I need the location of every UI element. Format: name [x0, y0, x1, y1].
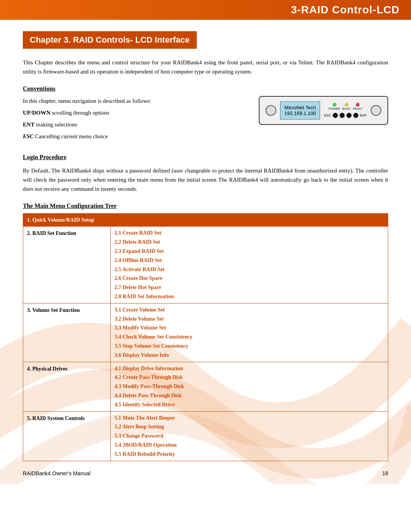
chapter-heading-box: Chapter 3. RAID Controls- LCD Interface: [23, 31, 197, 49]
lcd-screen: MicroNet Tech 192.169.1.100: [280, 101, 320, 120]
physical-drives-label: 4. Physical Drives: [23, 362, 111, 411]
raid-system-controls-items: 5.1 Mute The Alert Beeper 5.2 Alert Beep…: [111, 411, 388, 461]
login-section: Login Procedure By Default, The RAIDBank…: [23, 152, 388, 193]
menu-tree-section: The Main Menu Configuration Tree 1. Quic…: [23, 203, 388, 461]
table-row: 2. RAID Set Function 2.1 Create RAID Set…: [23, 227, 388, 303]
busy-dot: [345, 103, 349, 107]
conventions-section: Conventions In this chapter, menu naviga…: [23, 85, 388, 143]
lcd-line2: 192.169.1.100: [284, 110, 316, 116]
conventions-text-block: In this chapter, menu navigation is desc…: [23, 96, 247, 143]
table-row: 5. RAID System Controls 5.1 Mute The Ale…: [23, 411, 388, 461]
volume-set-function-items: 3.1 Create Volume Set 3.2 Delete Volume …: [111, 303, 388, 362]
lcd-line1: MicroNet Tech: [284, 105, 316, 110]
quick-volume-cell: 1. Quick Volume/RAID Setup: [23, 213, 388, 227]
footer-left: RAIDBank4 Owner's Manual: [23, 470, 91, 476]
lcd-up-btn: [339, 113, 345, 118]
raid-set-function-label: 2. RAID Set Function: [23, 227, 111, 303]
login-text: By Default, The RAIDBank4 ships without …: [23, 166, 388, 193]
menu-tree-heading: The Main Menu Configuration Tree: [23, 203, 388, 209]
conventions-item-3: ESC Cancelling current menu choice: [23, 131, 247, 142]
config-table: 1. Quick Volume/RAID Setup 2. RAID Set F…: [23, 213, 388, 461]
intro-paragraph: This Chapter describes the menu and cont…: [23, 58, 388, 76]
header-title: 3-RAID Control-LCD: [291, 4, 400, 16]
page-footer: RAIDBank4 Owner's Manual 18: [23, 470, 388, 476]
busy-indicator: BUSY: [342, 103, 351, 110]
conventions-heading: Conventions: [23, 85, 388, 92]
conventions-item-2: ENT making selections: [23, 120, 247, 130]
updown-bold: UP/DOWN: [23, 110, 51, 116]
lcd-right-button: [371, 105, 381, 116]
volume-set-function-label: 3. Volume Set Function: [23, 303, 111, 362]
lcd-panel-illustration: MicroNet Tech 192.169.1.100 POWER BUSY: [259, 96, 388, 125]
lcd-left-button: [266, 105, 276, 116]
page-header: 3-RAID Control-LCD: [0, 0, 411, 20]
lcd-controls-area: POWER BUSY FAULT ES: [324, 103, 367, 118]
raid-set-function-items: 2.1 Create RAID Set 2.2 Delete RAID Set …: [111, 227, 388, 303]
lcd-ent-btn: [353, 113, 358, 118]
lcd-nav-buttons: ESC ENT: [324, 113, 367, 118]
fault-dot: [356, 103, 360, 107]
lcd-indicators: POWER BUSY FAULT: [329, 103, 362, 110]
fault-indicator: FAULT: [353, 103, 362, 110]
conventions-item-1: UP/DOWN scrolling through options: [23, 108, 247, 118]
chapter-title: Chapter 3. RAID Controls- LCD Interface: [30, 35, 190, 45]
ent-bold: ENT: [23, 121, 35, 128]
conventions-content-row: In this chapter, menu navigation is desc…: [23, 96, 388, 143]
raid-system-controls-label: 5. RAID System Controls: [23, 411, 111, 461]
login-heading: Login Procedure: [23, 152, 388, 162]
table-row: 3. Volume Set Function 3.1 Create Volume…: [23, 303, 388, 362]
lcd-down-btn: [346, 113, 352, 118]
physical-drives-items: 4.1 Display Drive Information 4.2 Create…: [111, 362, 388, 411]
footer-right: 18: [382, 470, 388, 476]
table-row: 1. Quick Volume/RAID Setup: [23, 213, 388, 227]
table-row: 4. Physical Drives 4.1 Display Drive Inf…: [23, 362, 388, 411]
power-indicator: POWER: [329, 103, 340, 110]
conventions-intro: In this chapter, menu navigation is desc…: [23, 96, 247, 106]
lcd-esc-btn: [333, 113, 338, 118]
power-dot: [333, 103, 336, 107]
esc-italic: ESC: [23, 133, 33, 139]
